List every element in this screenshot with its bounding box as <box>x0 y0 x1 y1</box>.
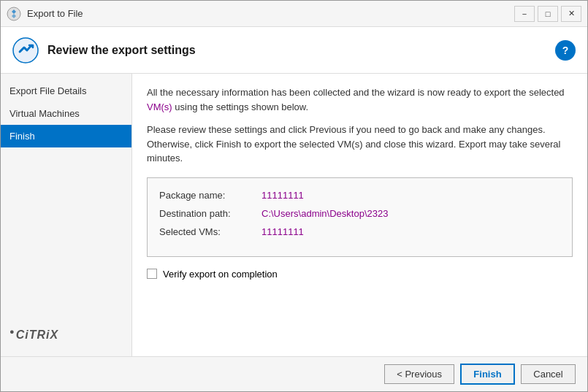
header-title: Review the export settings <box>47 44 555 57</box>
close-button[interactable]: ✕ <box>561 6 581 22</box>
settings-row-package: Package name: 11111111 <box>159 190 560 201</box>
citrix-logo: ●CiTRiX <box>1 318 131 350</box>
sidebar-item-export-file-details[interactable]: Export File Details <box>1 80 131 102</box>
maximize-button[interactable]: □ <box>538 6 558 22</box>
minimize-button[interactable]: − <box>514 6 535 22</box>
window-title: Export to File <box>27 8 514 19</box>
header-icon <box>12 37 39 64</box>
highlight-vms-2: VM(s) <box>337 139 363 150</box>
header-section: Review the export settings ? <box>1 27 587 74</box>
window-icon <box>7 7 21 21</box>
settings-row-destination: Destination path: C:\Users\admin\Desktop… <box>159 208 560 219</box>
settings-box: Package name: 11111111 Destination path:… <box>147 177 573 257</box>
verify-label: Verify export on completion <box>163 269 278 280</box>
label-package-name: Package name: <box>159 190 261 201</box>
label-selected-vms: Selected VMs: <box>159 226 261 237</box>
content-panel: All the necessary information has been c… <box>132 74 587 356</box>
highlight-vms-1: VM(s) <box>147 101 172 112</box>
description-1: All the necessary information has been c… <box>147 85 573 114</box>
description-2: Please review these settings and click P… <box>147 123 573 166</box>
settings-row-selected-vms: Selected VMs: 11111111 <box>159 226 560 237</box>
sidebar-item-finish[interactable]: Finish <box>1 125 131 147</box>
footer: < Previous Finish Cancel <box>1 356 587 391</box>
window: Export to File − □ ✕ Review the export s… <box>0 0 588 392</box>
value-selected-vms: 11111111 <box>261 226 304 237</box>
verify-checkbox[interactable] <box>147 269 157 279</box>
previous-button[interactable]: < Previous <box>384 364 454 384</box>
window-controls: − □ ✕ <box>514 6 581 22</box>
help-button[interactable]: ? <box>555 40 576 61</box>
svg-point-1 <box>13 38 38 63</box>
cancel-button[interactable]: Cancel <box>521 364 576 384</box>
finish-button[interactable]: Finish <box>460 364 515 385</box>
sidebar-item-virtual-machines[interactable]: Virtual Machines <box>1 102 131 125</box>
verify-row: Verify export on completion <box>147 269 573 280</box>
label-destination-path: Destination path: <box>159 208 261 219</box>
sidebar-nav: Export File Details Virtual Machines Fin… <box>1 80 131 147</box>
title-bar: Export to File − □ ✕ <box>1 1 587 27</box>
value-destination-path: C:\Users\admin\Desktop\2323 <box>261 208 388 219</box>
value-package-name: 11111111 <box>261 190 304 201</box>
sidebar: Export File Details Virtual Machines Fin… <box>1 74 132 356</box>
main-content: Export File Details Virtual Machines Fin… <box>1 74 587 356</box>
